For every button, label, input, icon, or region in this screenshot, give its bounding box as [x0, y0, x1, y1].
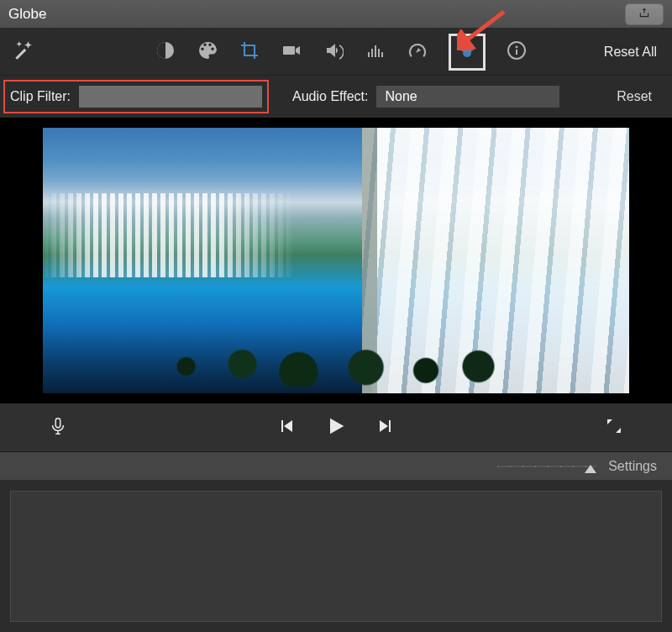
previous-icon [276, 416, 296, 440]
project-title: Globe [8, 6, 46, 23]
crop-button[interactable] [239, 41, 260, 63]
clip-filter-label: Clip Filter: [10, 89, 71, 104]
adjustments-toolbar: Reset All [0, 29, 672, 76]
audio-effect-label: Audio Effect: [292, 89, 368, 104]
color-palette-icon [197, 40, 218, 64]
play-button[interactable] [325, 417, 347, 439]
reset-button[interactable]: Reset [617, 89, 660, 104]
svg-point-4 [463, 49, 471, 57]
volume-icon [323, 40, 344, 64]
color-balance-icon [155, 40, 176, 64]
filter-settings-row: Clip Filter: Audio Effect: None Reset [0, 76, 672, 118]
enhance-button[interactable] [12, 40, 39, 65]
info-icon [507, 40, 527, 64]
reset-all-button[interactable]: Reset All [582, 45, 660, 60]
volume-button[interactable] [323, 41, 344, 63]
magic-wand-icon [12, 40, 34, 65]
previous-button[interactable] [275, 417, 297, 439]
expand-icon [604, 416, 624, 440]
clip-filter-audio-effects-button[interactable] [449, 34, 486, 71]
preview-frame[interactable] [43, 128, 629, 393]
stabilization-button[interactable] [281, 41, 302, 63]
share-icon [638, 7, 650, 22]
video-camera-icon [281, 40, 302, 64]
timeline-area [0, 481, 672, 632]
playback-bar [0, 403, 672, 452]
svg-point-6 [516, 45, 518, 48]
color-balance-button[interactable] [155, 41, 176, 63]
audio-equalizer-icon [365, 40, 386, 64]
audio-effect-select[interactable]: None [376, 86, 559, 108]
preview-viewer [0, 118, 672, 403]
noise-reduction-button[interactable] [365, 41, 386, 63]
next-button[interactable] [375, 417, 397, 439]
clip-filter-preview[interactable] [79, 86, 262, 108]
clip-filter-audio-effects-icon [457, 40, 477, 64]
zoom-slider-thumb[interactable] [585, 465, 596, 473]
voiceover-record-button[interactable] [47, 417, 69, 439]
zoom-slider[interactable] [497, 466, 596, 467]
timeline-track[interactable] [10, 491, 662, 622]
svg-rect-7 [516, 50, 517, 55]
fullscreen-button[interactable] [603, 417, 625, 439]
next-icon [376, 416, 396, 440]
timeline-settings-button[interactable]: Settings [608, 459, 657, 474]
titlebar: Globe [0, 0, 672, 29]
audio-effect-group: Audio Effect: None [292, 86, 559, 108]
clip-filter-group: Clip Filter: [3, 80, 269, 113]
timeline-zoom-strip: Settings [0, 452, 672, 481]
play-icon [324, 414, 348, 441]
speedometer-icon [407, 40, 428, 64]
share-button[interactable] [625, 3, 664, 25]
crop-icon [239, 40, 260, 64]
clip-info-button[interactable] [506, 41, 528, 63]
speed-button[interactable] [407, 41, 428, 63]
color-correction-button[interactable] [197, 41, 218, 63]
microphone-icon [49, 415, 67, 440]
svg-rect-8 [55, 418, 60, 427]
